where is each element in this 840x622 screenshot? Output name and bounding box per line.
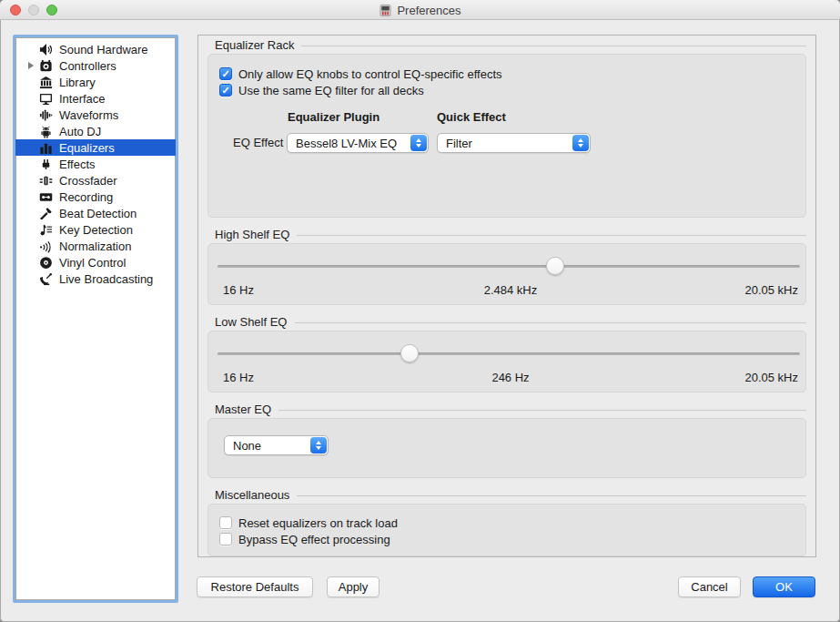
chevron-up-icon — [316, 441, 321, 444]
disclosure-triangle-icon[interactable] — [28, 62, 34, 69]
group-title-low-shelf-eq: Low Shelf EQ — [215, 315, 288, 329]
eq-effect-row-label: EQ Effect — [233, 136, 283, 149]
sidebar-item-controllers[interactable]: Controllers — [15, 57, 176, 74]
group-divider — [297, 235, 806, 236]
chevron-up-icon — [578, 138, 583, 142]
music-note-icon — [39, 223, 53, 237]
equalizer-icon — [39, 141, 53, 155]
sidebar-item-recording[interactable]: Recording — [15, 189, 176, 205]
master-eq-value: None — [233, 439, 261, 453]
sidebar-item-label: Recording — [59, 190, 113, 204]
low-shelf-value-label: 246 Hz — [491, 371, 529, 384]
monitor-icon — [39, 92, 53, 106]
sidebar-item-vinyl-control[interactable]: Vinyl Control — [15, 254, 176, 270]
sidebar-item-waveforms[interactable]: Waveforms — [15, 107, 176, 123]
sidebar-item-label: Interface — [59, 92, 106, 106]
equalizer-plugin-value: Bessel8 LV-Mix EQ — [296, 137, 397, 150]
window-title: Preferences — [397, 4, 460, 17]
group-title-miscellaneous: Miscellaneous — [215, 488, 289, 502]
group-title-master-eq: Master EQ — [215, 403, 271, 416]
titlebar[interactable]: Preferences — [0, 0, 840, 20]
crossfader-icon — [39, 174, 53, 188]
master-eq-section: Master EQ None — [207, 403, 806, 478]
sidebar-item-label: Beat Detection — [59, 207, 137, 220]
quick-effect-dropdown[interactable]: Filter — [437, 133, 591, 153]
ok-button[interactable]: OK — [753, 576, 815, 597]
chevron-down-icon — [578, 144, 583, 148]
quick-effect-header: Quick Effect — [437, 110, 506, 124]
bypass-eq-checkbox-row: ✓ Bypass EQ effect processing — [219, 531, 805, 547]
sidebar-item-live-broadcasting[interactable]: Live Broadcasting — [15, 270, 176, 287]
sidebar-item-label: Vinyl Control — [59, 256, 126, 270]
low-shelf-slider-track[interactable] — [218, 352, 800, 355]
sidebar-item-library[interactable]: Library — [15, 74, 176, 90]
sidebar-item-label: Live Broadcasting — [59, 272, 153, 286]
low-shelf-eq-section: Low Shelf EQ 16 Hz 246 Hz 20.05 kHz — [207, 315, 806, 393]
reset-equalizers-checkbox[interactable]: ✓ — [219, 516, 232, 529]
sidebar-item-label: Controllers — [59, 59, 116, 73]
sidebar-item-interface[interactable]: Interface — [15, 90, 176, 107]
check-icon: ✓ — [221, 86, 229, 96]
chevron-down-icon — [416, 144, 421, 148]
reset-equalizers-checkbox-label: Reset equalizers on track load — [238, 516, 398, 530]
eq-knobs-checkbox[interactable]: ✓ — [219, 67, 232, 80]
preferences-window: Preferences Sound Hardware Controllers L… — [0, 0, 840, 622]
sound-waves-icon — [39, 240, 53, 253]
waveform-icon — [39, 108, 53, 122]
cassette-icon — [39, 190, 53, 204]
sidebar-item-normalization[interactable]: Normalization — [15, 238, 176, 254]
bypass-eq-checkbox[interactable]: ✓ — [219, 533, 232, 546]
sidebar-item-label: Auto DJ — [59, 125, 101, 138]
sidebar-item-label: Waveforms — [59, 108, 118, 122]
sidebar-item-effects[interactable]: Effects — [15, 156, 176, 172]
bypass-eq-checkbox-label: Bypass EQ effect processing — [238, 533, 390, 546]
mixer-icon — [379, 4, 392, 17]
sidebar-item-label: Key Detection — [59, 223, 133, 237]
hammer-icon — [39, 207, 53, 220]
miscellaneous-section: Miscellaneous ✓ Reset equalizers on trac… — [207, 488, 806, 556]
high-shelf-slider-handle[interactable] — [546, 257, 564, 275]
group-divider — [297, 495, 806, 496]
apply-button[interactable]: Apply — [327, 576, 380, 597]
sidebar-item-beat-detection[interactable]: Beat Detection — [15, 205, 176, 221]
eq-knobs-checkbox-label: Only allow EQ knobs to control EQ-specif… — [238, 67, 502, 81]
group-title-high-shelf-eq: High Shelf EQ — [215, 228, 289, 241]
sidebar-item-label: Effects — [59, 158, 96, 171]
low-shelf-max-label: 20.05 kHz — [744, 371, 798, 384]
eq-knobs-checkbox-row: ✓ Only allow EQ knobs to control EQ-spec… — [219, 66, 805, 82]
equalizer-plugin-dropdown[interactable]: Bessel8 LV-Mix EQ — [287, 133, 429, 153]
chevron-up-icon — [416, 138, 421, 142]
sidebar-item-label: Crossfader — [59, 174, 117, 188]
effects-icon — [39, 158, 53, 171]
sidebar-item-label: Library — [59, 76, 96, 89]
robot-icon — [39, 125, 53, 138]
group-divider — [278, 410, 806, 411]
master-eq-dropdown[interactable]: None — [224, 435, 329, 455]
reset-equalizers-checkbox-row: ✓ Reset equalizers on track load — [219, 515, 805, 531]
speaker-icon — [39, 43, 53, 56]
sidebar-item-auto-dj[interactable]: Auto DJ — [15, 123, 176, 139]
equalizer-plugin-header: Equalizer Plugin — [288, 110, 380, 124]
group-title-equalizer-rack: Equalizer Rack — [215, 38, 294, 52]
sidebar-item-sound-hardware[interactable]: Sound Hardware — [15, 41, 176, 57]
chevron-down-icon — [316, 446, 321, 450]
popup-stepper-icon — [310, 437, 327, 454]
equalizer-rack-section: Equalizer Rack ✓ Only allow EQ knobs to … — [207, 38, 806, 218]
sidebar-item-equalizers[interactable]: Equalizers — [15, 139, 176, 156]
high-shelf-min-label: 16 Hz — [223, 283, 254, 297]
high-shelf-max-label: 20.05 kHz — [744, 283, 798, 297]
sidebar-item-crossfader[interactable]: Crossfader — [15, 172, 176, 189]
cancel-button[interactable]: Cancel — [678, 576, 741, 597]
controller-icon — [39, 59, 53, 73]
high-shelf-eq-section: High Shelf EQ 16 Hz 2.484 kHz 20.05 kHz — [207, 228, 806, 305]
high-shelf-slider-track[interactable] — [218, 265, 800, 268]
same-eq-filter-checkbox[interactable]: ✓ — [219, 84, 232, 97]
popup-stepper-icon — [572, 135, 589, 151]
library-icon — [39, 76, 53, 89]
check-icon: ✓ — [221, 69, 229, 79]
low-shelf-slider-handle[interactable] — [400, 344, 419, 362]
equalizers-preferences-pane: Equalizer Rack ✓ Only allow EQ knobs to … — [197, 35, 816, 557]
quick-effect-value: Filter — [446, 137, 472, 150]
restore-defaults-button[interactable]: Restore Defaults — [197, 576, 313, 597]
sidebar-item-key-detection[interactable]: Key Detection — [15, 221, 176, 238]
